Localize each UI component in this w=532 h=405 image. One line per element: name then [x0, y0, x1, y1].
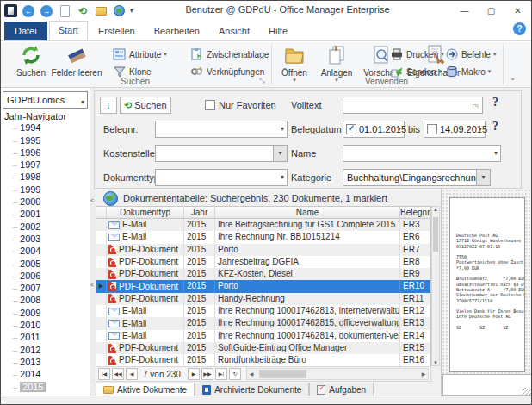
- pager-next-page[interactable]: ▶▶: [201, 368, 213, 380]
- tree-item[interactable]: 2006: [1, 271, 90, 283]
- scroll-right-icon[interactable]: ▶: [419, 369, 428, 379]
- tree-item[interactable]: 2008: [1, 295, 90, 307]
- Handy-Rechnung[interactable]: PDF-Dokument 2015 Handy-Rechnung ER11: [96, 293, 430, 305]
- table-horizontal-scrollbar[interactable]: ◀ ▶: [246, 368, 429, 380]
- dialog-launcher-icon[interactable]: ⤡: [259, 77, 264, 85]
- date-from-checkbox[interactable]: [346, 124, 356, 134]
- tree-item[interactable]: 2007: [1, 283, 90, 295]
- tree-item[interactable]: 2011: [1, 332, 90, 344]
- Ihre Rechnung 100017462815, officeverwaltung.de[interactable]: E-Mail 2015 Ihre Rechnung 100017462815, …: [96, 317, 430, 329]
- field-options-icon[interactable]: ◳: [472, 103, 479, 110]
- belegdatum-von-select[interactable]: 01.01.2015 ▾: [343, 121, 405, 138]
- belegdatum-bis-select[interactable]: 14.09.2015 ▾: [424, 121, 486, 138]
- collapse-left-icon[interactable]: <: [90, 282, 94, 288]
- Ihre Rechnung 100017462814, dokumenten-verwaltung[interactable]: E-Mail 2015 Ihre Rechnung 100017462814, …: [96, 330, 430, 342]
- kostenstelle-select[interactable]: ▾: [155, 145, 288, 162]
- new-document-icon[interactable]: [58, 4, 71, 18]
- tree-item[interactable]: 2009: [1, 308, 90, 320]
- date-to-checkbox[interactable]: [427, 124, 437, 134]
- scroll-down-icon[interactable]: ▼: [432, 360, 439, 365]
- tree-item[interactable]: 1996: [1, 147, 90, 159]
- tab-hilfe[interactable]: Hilfe: [260, 22, 296, 40]
- attribute-button[interactable]: Attribute ▾: [113, 47, 167, 61]
- forward-icon[interactable]: →: [40, 4, 53, 18]
- scroll-up-icon[interactable]: ▲: [432, 207, 439, 212]
- nur-favoriten-checkbox[interactable]: [205, 100, 215, 110]
- tree-item[interactable]: 2013: [1, 357, 90, 369]
- scrollbar-thumb[interactable]: [259, 370, 306, 378]
- document-type-icon: [108, 221, 120, 229]
- tree-item[interactable]: 2015: [1, 382, 90, 394]
- volltext-input[interactable]: ◳: [343, 97, 483, 114]
- Ihre Rechnung Nr. BB10151214[interactable]: E-Mail 2015 Ihre Rechnung Nr. BB10151214…: [96, 231, 430, 243]
- tree-item[interactable]: 1999: [1, 184, 90, 196]
- document-type-icon: [108, 356, 116, 365]
- help-icon[interactable]: ?: [492, 96, 498, 109]
- maximize-button[interactable]: ▢: [478, 1, 504, 21]
- tree-item[interactable]: 2002: [1, 221, 90, 234]
- column-header-name[interactable]: Name: [215, 207, 400, 218]
- Porto[interactable]: PDF-Dokument 2015 Porto ER10: [96, 280, 430, 292]
- SoftGuide-Eintrag Office Manager[interactable]: PDF-Dokument 2015 SoftGuide-Eintrag Offi…: [96, 342, 430, 354]
- column-header-dokumenttyp[interactable]: Dokumenttyp: [107, 207, 184, 218]
- drucken-button[interactable]: Drucken ▾: [390, 47, 444, 61]
- tree-item[interactable]: 2004: [1, 246, 90, 258]
- scrollbar-thumb[interactable]: [433, 217, 438, 252]
- tab-bearbeiten[interactable]: Bearbeiten: [145, 22, 208, 40]
- pager-first[interactable]: |◀: [98, 368, 110, 380]
- belegnr-select[interactable]: ▾: [155, 121, 288, 138]
- tab-datei[interactable]: Datei: [4, 22, 47, 40]
- befehle-button[interactable]: Befehle ▾: [445, 47, 496, 61]
- Ihre Beitragsrechnung für GS1 Complete 2015 104933-5[interactable]: E-Mail 2015 Ihre Beitragsrechnung für GS…: [96, 219, 430, 231]
- pager-prev-page[interactable]: ◀◀: [112, 368, 124, 380]
- tree-item[interactable]: 2000: [1, 196, 90, 209]
- tree-item[interactable]: 2003: [1, 234, 90, 246]
- tree-item[interactable]: 1998: [1, 171, 90, 184]
- tree-root[interactable]: Jahr-Navigator: [1, 111, 90, 122]
- close-button[interactable]: ✕: [504, 1, 531, 21]
- pager-prev[interactable]: ◀: [126, 368, 138, 380]
- Porto[interactable]: PDF-Dokument 2015 Porto ER7: [96, 244, 430, 256]
- back-icon[interactable]: ←: [22, 4, 35, 18]
- tree-item[interactable]: 2012: [1, 345, 90, 357]
- tree-item[interactable]: 2010: [1, 320, 90, 332]
- table-vertical-scrollbar[interactable]: ▲ ▼: [431, 206, 440, 366]
- pager-next[interactable]: ▶: [188, 368, 200, 380]
- database-select[interactable]: GDPdU.omcs ▾: [3, 91, 88, 109]
- document-type-icon: [108, 245, 116, 254]
- column-header-jahr[interactable]: Jahr: [184, 207, 215, 218]
- apply-search-button[interactable]: ↓: [100, 97, 117, 114]
- tree-item[interactable]: 1994: [1, 122, 90, 134]
- zwischenablage-button[interactable]: Zwischenablage: [190, 47, 269, 61]
- Jahresbeitrag DGFIA[interactable]: PDF-Dokument 2015 Jahresbeitrag DGFIA ER…: [96, 256, 430, 268]
- tab-start[interactable]: Start: [49, 21, 88, 40]
- Rundfunkbeiträge Büro[interactable]: PDF-Dokument 2015 Rundfunkbeiträge Büro …: [96, 354, 430, 366]
- pager-refresh[interactable]: ↻: [229, 368, 241, 380]
- help-icon[interactable]: ?: [492, 120, 498, 134]
- pager-last[interactable]: ▶|: [215, 368, 227, 380]
- tree-item[interactable]: 1995: [1, 135, 90, 147]
- web-icon[interactable]: [112, 4, 126, 18]
- KFZ-Kosten, Diesel[interactable]: PDF-Dokument 2015 KFZ-Kosten, Diesel ER9: [96, 268, 430, 280]
- folder-icon[interactable]: [94, 4, 108, 18]
- tree-item[interactable]: 2014: [1, 369, 90, 381]
- collapse-left-icon[interactable]: <: [90, 197, 94, 203]
- felder-leeren-button[interactable]: Felder leeren: [46, 44, 108, 78]
- refresh-icon[interactable]: ⟲: [76, 4, 90, 18]
- name-select[interactable]: ▾: [343, 145, 501, 162]
- scroll-left-icon[interactable]: ◀: [247, 369, 256, 379]
- help-icon[interactable]: ?: [513, 22, 526, 35]
- column-header-belegnr[interactable]: Belegnr.: [400, 207, 430, 218]
- tree-item[interactable]: 1997: [1, 159, 90, 171]
- tree-item[interactable]: 2005: [1, 259, 90, 271]
- collapse-ribbon-icon[interactable]: ⌃: [510, 78, 516, 85]
- search-button[interactable]: ⟲ Suchen: [120, 97, 171, 114]
- minimize-button[interactable]: —: [451, 1, 478, 21]
- dokumenttyp-select[interactable]: ▾: [155, 169, 288, 186]
- volltext-label: Volltext: [291, 97, 321, 114]
- tab-ansicht[interactable]: Ansicht: [210, 22, 258, 40]
- kategorie-select[interactable]: Buchhaltung\Eingangsrechnung ▾: [343, 169, 491, 186]
- tree-item[interactable]: 2001: [1, 209, 90, 221]
- tab-erstellen[interactable]: Erstellen: [90, 22, 144, 40]
- Ihre Rechnung 100017462813, internetverwaltung.de[interactable]: E-Mail 2015 Ihre Rechnung 100017462813, …: [96, 305, 430, 317]
